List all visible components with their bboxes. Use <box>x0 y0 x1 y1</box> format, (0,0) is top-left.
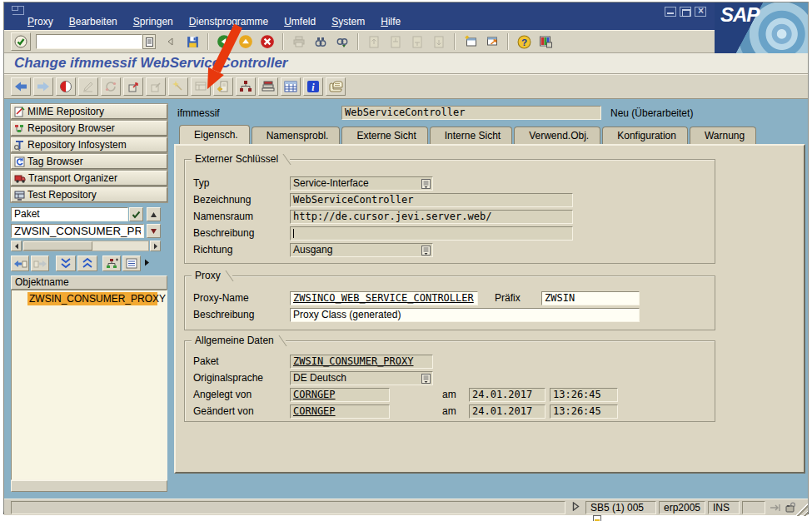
create-shortcut-icon[interactable] <box>482 32 502 51</box>
angelegt-datum-field[interactable]: 24.01.2017 <box>469 388 545 402</box>
dropdown-icon[interactable] <box>421 246 431 256</box>
menu-springen[interactable]: Springen <box>133 16 173 27</box>
back-icon[interactable] <box>214 32 234 51</box>
last-page-icon[interactable] <box>429 32 449 51</box>
toolbar-overflow-icon[interactable] <box>144 259 150 266</box>
menu-system[interactable]: System <box>331 16 365 27</box>
open-hierarchy-icon[interactable] <box>102 256 121 271</box>
find-icon[interactable] <box>311 32 331 51</box>
object-list[interactable]: ZWSIN_CONSUMER_PROXY <box>11 290 167 480</box>
next-page-icon[interactable] <box>407 32 427 51</box>
where-used-icon[interactable] <box>213 77 233 96</box>
history-back-icon[interactable] <box>11 256 29 271</box>
tab-warnung[interactable]: Warnung <box>690 127 756 144</box>
object-name-field[interactable]: WebServiceController <box>341 106 601 120</box>
cancel-icon[interactable] <box>257 32 277 51</box>
sidebar-item-repository-infosystem[interactable]: Repository Infosystem <box>11 137 167 152</box>
log-scroll-icon[interactable] <box>326 77 346 96</box>
inactive-version-icon[interactable] <box>146 77 166 96</box>
customize-layout-icon[interactable] <box>536 32 555 51</box>
breakpoint-icon[interactable] <box>56 77 76 96</box>
enter-button[interactable] <box>11 32 31 51</box>
test-icon[interactable] <box>191 77 211 96</box>
proxy-name-field[interactable]: ZWSINCO_WEB_SERVICE_CONTROLLER <box>290 291 478 305</box>
menu-dienstprogramme[interactable]: Dienstprogramme <box>189 16 268 27</box>
display-change-icon[interactable] <box>78 77 98 96</box>
new-session-icon[interactable] <box>461 32 481 51</box>
category-dropdown-icon[interactable] <box>129 207 143 221</box>
nav-back-icon[interactable] <box>11 77 31 96</box>
selector-scroll-up-icon[interactable] <box>147 207 161 221</box>
pattern-wand-icon[interactable] <box>168 77 188 96</box>
sort-stack-icon[interactable] <box>258 77 278 96</box>
collapse-all-icon[interactable] <box>77 256 97 271</box>
tab-externe-sicht[interactable]: Externe Sicht <box>341 127 427 144</box>
exit-icon[interactable] <box>236 32 256 51</box>
menu-bearbeiten[interactable]: Bearbeiten <box>69 16 117 27</box>
bezeichnung-field[interactable]: WebServiceController <box>290 193 573 207</box>
history-forward-icon[interactable] <box>31 256 49 271</box>
command-field[interactable] <box>36 34 142 49</box>
nav-forward-icon[interactable] <box>33 77 53 96</box>
table-view-icon[interactable] <box>281 77 301 96</box>
geaendert-datum-field[interactable]: 24.01.2017 <box>469 404 545 419</box>
sidebar-item-transport-organizer[interactable]: Transport Organizer <box>11 171 167 186</box>
richtung-combobox[interactable]: Ausgang <box>290 243 433 257</box>
hscroll-thumb[interactable] <box>23 241 92 251</box>
maximize-button[interactable] <box>680 7 691 17</box>
tab-namensprobleme[interactable]: Namensprobl. <box>252 127 341 144</box>
geaendert-zeit-field[interactable]: 13:26:45 <box>550 404 618 419</box>
sidebar-item-mime-repository[interactable]: MIME Repository <box>11 104 167 119</box>
save-icon[interactable] <box>182 32 202 51</box>
info-icon[interactable]: i <box>303 77 323 96</box>
display-object-list-icon[interactable] <box>122 256 141 271</box>
tab-interne-sicht[interactable]: Interne Sicht <box>430 127 512 144</box>
sidebar-item-test-repository[interactable]: Test Repository <box>11 187 167 202</box>
window-menu-icon[interactable] <box>12 6 24 15</box>
angelegt-von-field[interactable]: CORNGEP <box>290 388 390 402</box>
hscroll-track[interactable] <box>22 241 149 251</box>
print-icon[interactable] <box>289 32 309 51</box>
selector-scroll-down-icon[interactable] <box>147 224 161 238</box>
sidebar-item-repository-browser[interactable]: Repository Browser <box>11 121 167 136</box>
status-system-segment[interactable]: SB5 (1) 005 <box>585 501 656 514</box>
tab-verwendete-objekte[interactable]: Verwend.Obj. <box>514 127 600 144</box>
object-category-select[interactable]: Paket <box>11 207 128 221</box>
object-hierarchy-icon[interactable] <box>236 77 256 96</box>
sidebar-item-tag-browser[interactable]: Tag Browser <box>11 154 167 169</box>
command-field-dropdown-icon[interactable] <box>142 34 156 49</box>
status-expand-icon[interactable] <box>572 502 580 511</box>
menu-proxy[interactable]: Proxy <box>27 16 53 27</box>
beschreibung-field[interactable] <box>290 226 573 241</box>
paket-field[interactable]: ZWSIN_CONSUMER_PROXY <box>290 355 433 369</box>
dropdown-icon[interactable] <box>421 179 431 189</box>
first-page-icon[interactable] <box>364 32 384 51</box>
prefix-field[interactable]: ZWSIN <box>541 291 640 305</box>
refresh-icon[interactable] <box>101 77 121 96</box>
namensraum-field[interactable]: http://de.cursor.jevi.server.web/ <box>290 210 573 224</box>
proxy-beschreibung-field[interactable]: Proxy Class (generated) <box>290 308 640 322</box>
prev-page-icon[interactable] <box>386 32 406 51</box>
originalsprache-combobox[interactable]: DE Deutsch <box>290 371 433 385</box>
tab-eigenschaften[interactable]: Eigensch. <box>179 125 250 144</box>
help-icon[interactable]: ? <box>514 32 534 51</box>
dropdown-icon[interactable] <box>421 374 431 384</box>
typ-combobox[interactable]: Service-Interface <box>290 176 433 191</box>
object-name-input[interactable] <box>11 224 144 238</box>
angelegt-zeit-field[interactable]: 13:26:45 <box>550 388 618 402</box>
menu-hilfe[interactable]: Hilfe <box>381 16 401 27</box>
activate-icon[interactable] <box>123 77 143 96</box>
geaendert-von-field[interactable]: CORNGEP <box>290 404 390 419</box>
expand-all-icon[interactable] <box>56 256 76 271</box>
minimize-button[interactable] <box>665 7 676 17</box>
hscroll-right-icon[interactable] <box>150 241 161 251</box>
status-lock-icon[interactable] <box>785 502 796 513</box>
menu-umfeld[interactable]: Umfeld <box>284 16 316 27</box>
find-next-icon[interactable] <box>332 32 352 51</box>
tab-konfiguration[interactable]: Konfiguration <box>602 127 688 144</box>
resize-grip[interactable] <box>795 503 808 516</box>
collapse-command-icon[interactable] <box>161 32 181 51</box>
object-list-row-selected[interactable]: ZWSIN_CONSUMER_PROXY <box>27 292 157 305</box>
hscroll-left-icon[interactable] <box>11 241 22 251</box>
close-button[interactable] <box>695 7 706 17</box>
